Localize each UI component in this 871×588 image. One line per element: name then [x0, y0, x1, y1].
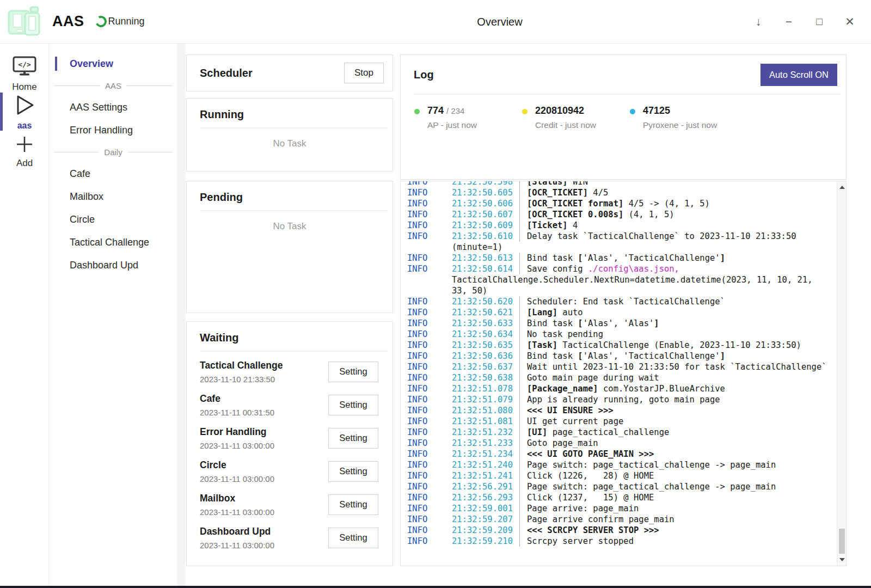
task-setting-button[interactable]: Setting	[328, 428, 378, 449]
log-line: INFO21:32:59.209<<< SCRCPY SERVER STOP >…	[407, 525, 831, 536]
log-line: INFO21:32:50.606[OCR_TICKET format] 4/5 …	[407, 198, 831, 209]
dashboard-stats: 774/ 234AP - just now220810942Credit - j…	[401, 95, 846, 130]
log-line: INFO21:32:50.610Delay task `TacticalChal…	[407, 231, 831, 242]
maximize-button maximize-icon[interactable]: □	[808, 10, 831, 34]
stat-value: 774/ 234	[427, 105, 477, 117]
scroll-down-button[interactable]	[837, 555, 847, 565]
task-setting-button[interactable]: Setting	[328, 528, 378, 548]
log-time: 21:32:50.614	[452, 264, 519, 274]
log-line: INFO21:32:50.634No task pending	[407, 329, 831, 340]
nav-item-label: AAS Settings	[70, 102, 127, 113]
log-text: TacticalChallenge.Scheduler.NextRun=date…	[452, 275, 813, 285]
stat-dot	[522, 109, 527, 114]
log-level: INFO	[407, 231, 452, 242]
log-level: INFO	[407, 318, 452, 329]
minimize-button minimize-icon[interactable]: −	[777, 10, 800, 34]
log-time: 21:32:51.233	[452, 438, 519, 449]
log-text: No task pending	[527, 329, 603, 339]
nav-item-tactical-challenge[interactable]: Tactical Challenge	[50, 231, 177, 254]
rail-item-add[interactable]: Add	[0, 135, 49, 169]
log-time: 21:32:50.610	[452, 231, 519, 242]
waiting-card: Waiting Tactical Challenge2023-11-10 21:…	[186, 321, 393, 566]
task-setting-button[interactable]: Setting	[328, 395, 378, 415]
task-setting-button[interactable]: Setting	[328, 362, 378, 382]
plus-icon	[15, 135, 34, 154]
log-level: INFO	[407, 329, 452, 340]
arrow-up-icon	[839, 186, 845, 189]
stop-button[interactable]: Stop	[344, 63, 384, 83]
log-text: TacticalChallenge (Enable, 2023-11-10 21…	[557, 340, 801, 350]
nav-item-label: Circle	[70, 214, 95, 225]
log-line: INFO21:32:50.638Goto main page during wa…	[407, 372, 831, 383]
nav-item-error-handling[interactable]: Error Handling	[50, 119, 177, 142]
log-text: [Package_name]	[527, 384, 598, 394]
log-line: INFO21:32:50.607[OCR_TICKET 0.008s] (4, …	[407, 209, 831, 220]
log-level: INFO	[407, 536, 452, 547]
log-level-spacer	[407, 274, 452, 285]
log-output[interactable]: INFO21:32:50.598[Status] WININFO21:32:50…	[400, 181, 847, 566]
card-divider	[200, 210, 388, 211]
stat-item-credit: 220810942Credit - just now	[522, 105, 630, 130]
log-time: 21:32:50.609	[452, 220, 519, 231]
log-line: INFO21:32:50.614Save config ./config\aas…	[407, 264, 831, 274]
close-button close-icon[interactable]: ✕	[838, 10, 861, 34]
nav-item-label: Mailbox	[70, 191, 103, 203]
nav-item-mailbox[interactable]: Mailbox	[50, 185, 177, 208]
task-name: Circle	[200, 460, 274, 471]
log-time: 21:32:50.598	[452, 181, 519, 187]
task-setting-button[interactable]: Setting	[328, 494, 378, 515]
rail-item-aas[interactable]: aas	[0, 94, 49, 131]
log-line: 33, 50)	[407, 285, 831, 296]
nav-item-overview[interactable]: Overview	[50, 52, 177, 75]
log-text: 'Alas', 'Alas'	[583, 318, 654, 328]
log-message: [Lang] auto	[519, 307, 831, 318]
log-lines: INFO21:32:50.598[Status] WININFO21:32:50…	[401, 181, 831, 547]
log-line: INFO21:32:51.079App is already running, …	[407, 394, 831, 405]
log-time: 21:32:51.079	[452, 394, 519, 405]
log-message: Page switch: page_tactical_challenge -> …	[519, 460, 831, 470]
arrow-down-icon	[839, 558, 845, 561]
task-setting-button[interactable]: Setting	[328, 461, 378, 482]
nav-item-aas-settings[interactable]: AAS Settings	[50, 96, 177, 119]
log-text: [	[578, 351, 582, 361]
log-time: 21:32:50.636	[452, 351, 519, 362]
log-scrollbar[interactable]	[837, 181, 846, 566]
log-level: INFO	[407, 264, 452, 274]
svg-text:</>: </>	[18, 60, 31, 69]
log-continuation: TacticalChallenge.Scheduler.NextRun=date…	[452, 274, 831, 285]
auto-scroll-button[interactable]: Auto Scroll ON	[760, 64, 837, 86]
running-empty-text: No Task	[187, 138, 392, 149]
log-level: INFO	[407, 351, 452, 362]
stat-value: 220810942	[535, 105, 596, 117]
log-path-text: ./config\aas.json,	[588, 264, 679, 274]
nav-item-circle[interactable]: Circle	[50, 208, 177, 231]
log-level: INFO	[407, 416, 452, 427]
log-text: UI get current page	[527, 416, 623, 426]
log-level: INFO	[407, 340, 452, 351]
task-name: Mailbox	[200, 493, 274, 504]
log-time: 21:32:50.607	[452, 209, 519, 220]
stat-value-number: 220810942	[535, 105, 584, 116]
hide-window-button arrow-down-icon[interactable]: ↓	[747, 10, 770, 34]
log-message: [UI] page_tactical_challenge	[519, 427, 831, 438]
log-line: TacticalChallenge.Scheduler.NextRun=date…	[407, 274, 831, 285]
nav-item-label: Dashboard Upd	[70, 260, 138, 271]
scroll-up-button[interactable]	[837, 182, 847, 192]
scroll-thumb[interactable]	[839, 529, 845, 554]
rail-item-home[interactable]: </> Home	[0, 56, 49, 93]
log-text: App is already running, goto main page	[527, 395, 720, 405]
log-line: INFO21:32:50.621[Lang] auto	[407, 307, 831, 318]
nav-item-cafe[interactable]: Cafe	[50, 162, 177, 185]
log-line: INFO21:32:51.234<<< UI GOTO PAGE_MAIN >>…	[407, 449, 831, 460]
log-message: [OCR_TICKET] 4/5	[519, 187, 831, 198]
log-continuation: (minute=1)	[452, 242, 831, 253]
scheduler-status-label: Running	[108, 16, 145, 27]
log-line: INFO21:32:50.613Bind task ['Alas', 'Tact…	[407, 253, 831, 264]
waiting-task-info: Cafe2023-11-11 00:31:50	[200, 393, 274, 417]
log-text: Scheduler: End task `TacticalChallenge`	[527, 297, 725, 307]
log-message: [Ticket] 4	[519, 220, 831, 231]
nav-item-dashboard-upd[interactable]: Dashboard Upd	[50, 254, 177, 277]
waiting-task-error-handling: Error Handling2023-11-11 03:00:00Setting	[187, 421, 392, 455]
nav-section-divider: AAS	[50, 75, 177, 96]
log-time: 21:32:50.613	[452, 253, 519, 264]
